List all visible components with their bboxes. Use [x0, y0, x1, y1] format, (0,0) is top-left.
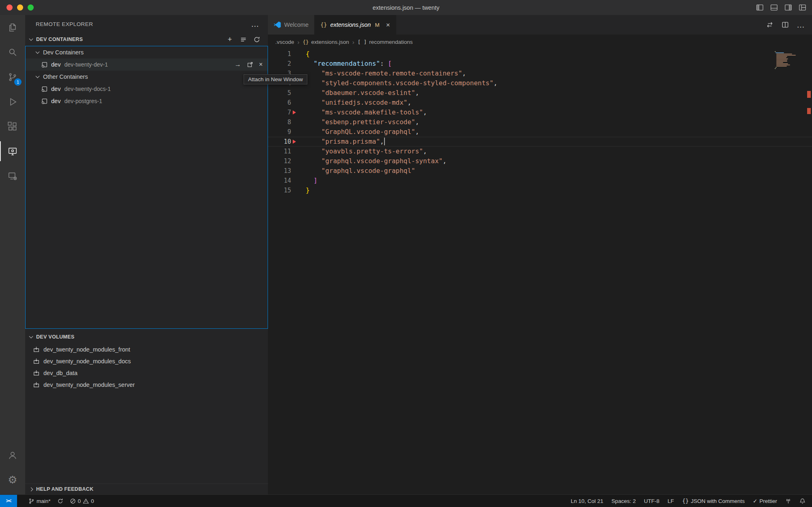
- breadcrumb-item[interactable]: .vscode: [275, 39, 294, 45]
- toggle-panel-icon[interactable]: [770, 4, 778, 11]
- settings-gear-icon[interactable]: ⚙: [0, 467, 25, 492]
- cursor-position-status[interactable]: Ln 10, Col 21: [571, 495, 603, 507]
- code-editor[interactable]: 1{2 "recommendations": [3 "ms-vscode-rem…: [268, 49, 812, 494]
- containers-icon[interactable]: [0, 164, 25, 188]
- close-tab-icon[interactable]: ×: [386, 22, 390, 28]
- encoding-status[interactable]: UTF-8: [644, 495, 659, 507]
- more-actions-icon[interactable]: …: [797, 21, 805, 29]
- sidebar-header: REMOTE EXPLORER …: [25, 15, 268, 33]
- editor-actions: …: [766, 15, 812, 35]
- add-container-icon[interactable]: +: [226, 35, 234, 43]
- search-icon[interactable]: [0, 40, 25, 65]
- sidebar-more-actions-icon[interactable]: …: [251, 20, 259, 28]
- code-line[interactable]: 7 "ms-vscode.makefile-tools",: [268, 108, 812, 117]
- section-dev-volumes[interactable]: DEV VOLUMES: [25, 330, 268, 343]
- code-text: "ms-vscode-remote.remote-containers",: [297, 69, 466, 78]
- git-branch-status[interactable]: main*: [23, 495, 51, 507]
- sync-status[interactable]: [57, 495, 63, 507]
- container-item-row[interactable]: devdev-twenty-docs-1: [26, 83, 268, 95]
- section-label: HELP AND FEEDBACK: [36, 486, 93, 492]
- ports-status[interactable]: [785, 495, 791, 507]
- code-line[interactable]: 5 "dbaeumer.vscode-eslint",: [268, 88, 812, 98]
- notifications-status[interactable]: [799, 495, 806, 507]
- remote-indicator[interactable]: ><: [0, 495, 17, 507]
- status-bar: >< main* 0 0 Ln 10, Col 21 Spaces: 2 UTF…: [0, 494, 812, 507]
- volume-item-row[interactable]: dev_db_data: [25, 367, 268, 379]
- volume-name: dev_twenty_node_modules_docs: [43, 358, 131, 365]
- code-text: {: [297, 49, 310, 59]
- code-line[interactable]: 10 "prisma.prisma",: [268, 137, 812, 147]
- remove-container-button[interactable]: ×: [259, 61, 263, 68]
- gutter-spacer: [291, 59, 297, 69]
- code-line[interactable]: 2 "recommendations": [: [268, 59, 812, 69]
- breadcrumb-item[interactable]: [ ]recommendations: [358, 39, 413, 45]
- code-text: "dbaeumer.vscode-eslint",: [297, 88, 419, 98]
- code-line[interactable]: 9 "GraphQL.vscode-graphql",: [268, 127, 812, 137]
- split-editor-icon[interactable]: [781, 21, 789, 29]
- extensions-icon[interactable]: [0, 114, 25, 139]
- section-actions: +: [226, 35, 268, 43]
- volume-item-row[interactable]: dev_twenty_node_modules_server: [25, 379, 268, 390]
- eol-status[interactable]: LF: [667, 495, 674, 507]
- line-number: 5: [268, 88, 291, 98]
- accounts-icon[interactable]: [0, 442, 25, 467]
- explorer-icon[interactable]: [0, 15, 25, 40]
- open-changes-icon[interactable]: [766, 21, 774, 29]
- remote-explorer-icon[interactable]: [0, 139, 25, 164]
- volume-name: dev_twenty_node_modules_server: [43, 382, 135, 388]
- tab-welcome[interactable]: Welcome: [268, 15, 315, 35]
- code-line[interactable]: 12 "graphql.vscode-graphql-syntax",: [268, 156, 812, 166]
- run-and-debug-icon[interactable]: [0, 89, 25, 114]
- code-line[interactable]: 14 ]: [268, 176, 812, 186]
- code-text: "ms-vscode.makefile-tools",: [297, 108, 427, 117]
- section-dev-containers[interactable]: DEV CONTAINERS +: [25, 33, 268, 46]
- code-line[interactable]: 3 "ms-vscode-remote.remote-containers",: [268, 69, 812, 78]
- code-lines: 1{2 "recommendations": [3 "ms-vscode-rem…: [268, 49, 812, 195]
- tree-group-label: Other Containers: [43, 73, 88, 80]
- indentation-status[interactable]: Spaces: 2: [611, 495, 636, 507]
- tree-group-row[interactable]: Dev Containers: [26, 46, 268, 58]
- container-description: dev-twenty-docs-1: [64, 86, 110, 92]
- volume-icon: [33, 346, 40, 353]
- gutter-spacer: [291, 147, 297, 156]
- volume-item-row[interactable]: dev_twenty_node_modules_front: [25, 343, 268, 355]
- customize-layout-icon[interactable]: [799, 4, 806, 11]
- code-line[interactable]: 8 "esbenp.prettier-vscode",: [268, 117, 812, 127]
- volume-item-row[interactable]: dev_twenty_node_modules_docs: [25, 355, 268, 367]
- code-line[interactable]: 15}: [268, 186, 812, 195]
- breadcrumb-item[interactable]: {}extensions.json: [303, 39, 349, 45]
- problems-status[interactable]: 0 0: [70, 495, 94, 507]
- container-item-row[interactable]: devdev-twenty-dev-1→×: [26, 58, 268, 71]
- code-line[interactable]: 6 "unifiedjs.vscode-mdx",: [268, 98, 812, 108]
- sidebar-remote-explorer: REMOTE EXPLORER … DEV CONTAINERS + Dev C…: [25, 15, 268, 494]
- activity-bar: 1 ⚙: [0, 15, 25, 494]
- tree-group-row[interactable]: Other Containers: [26, 71, 268, 83]
- line-number: 10: [268, 137, 291, 147]
- dev-container-icon: [41, 86, 48, 93]
- language-mode-status[interactable]: {} JSON with Comments: [682, 495, 745, 507]
- formatter-status[interactable]: ✓ Prettier: [753, 495, 777, 507]
- toggle-primary-sidebar-icon[interactable]: [756, 4, 764, 11]
- section-help-and-feedback[interactable]: HELP AND FEEDBACK: [25, 483, 268, 494]
- minimap[interactable]: [775, 51, 804, 69]
- code-line[interactable]: 4 "styled-components.vscode-styled-compo…: [268, 78, 812, 88]
- container-item-row[interactable]: devdev-postgres-1: [26, 95, 268, 107]
- code-line[interactable]: 1{: [268, 49, 812, 59]
- overview-ruler-marker: [807, 91, 811, 98]
- tab-label: Welcome: [284, 22, 309, 28]
- minimize-window-button[interactable]: [17, 4, 23, 11]
- breadcrumb-label: extensions.json: [311, 39, 349, 45]
- zoom-window-button[interactable]: [28, 4, 34, 11]
- tab-extensions-json[interactable]: {} extensions.json M ×: [315, 15, 396, 35]
- list-view-icon[interactable]: [239, 35, 247, 43]
- code-line[interactable]: 11 "yoavbls.pretty-ts-errors",: [268, 147, 812, 156]
- close-window-button[interactable]: [6, 4, 13, 11]
- toggle-secondary-sidebar-icon[interactable]: [784, 4, 792, 11]
- source-control-icon[interactable]: 1: [0, 65, 25, 89]
- attach-new-window-button[interactable]: [247, 61, 253, 68]
- code-line[interactable]: 13 "graphql.vscode-graphql": [268, 166, 812, 176]
- refresh-icon[interactable]: [253, 35, 261, 43]
- attach-current-window-button[interactable]: →: [235, 61, 241, 68]
- dev-containers-tree: Dev Containersdevdev-twenty-dev-1→×Other…: [25, 46, 268, 329]
- container-name: dev: [51, 86, 60, 92]
